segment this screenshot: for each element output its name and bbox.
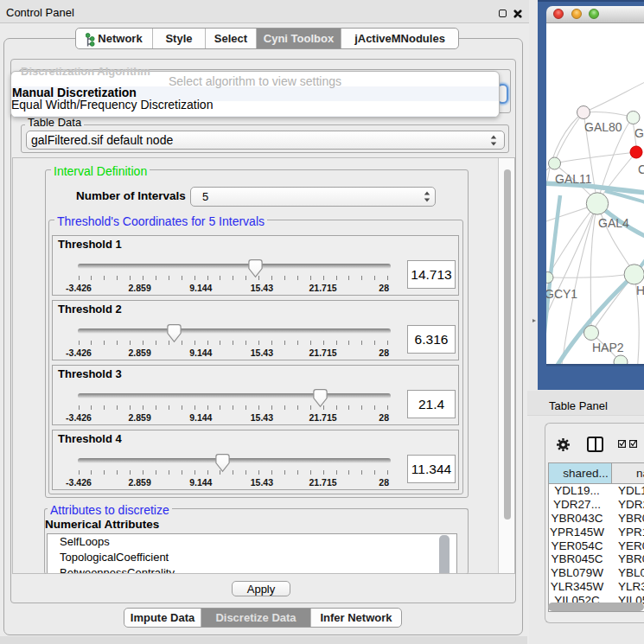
svg-text:GCY1: GCY1: [546, 287, 577, 301]
svg-text:H: H: [636, 284, 644, 297]
svg-text:GAL4: GAL4: [598, 216, 629, 230]
svg-text:HAP2: HAP2: [592, 341, 624, 354]
svg-text:GAL11: GAL11: [555, 172, 592, 186]
svg-text:C: C: [638, 163, 644, 176]
svg-text:GA: GA: [634, 126, 644, 140]
svg-text:GAL80: GAL80: [584, 120, 622, 134]
